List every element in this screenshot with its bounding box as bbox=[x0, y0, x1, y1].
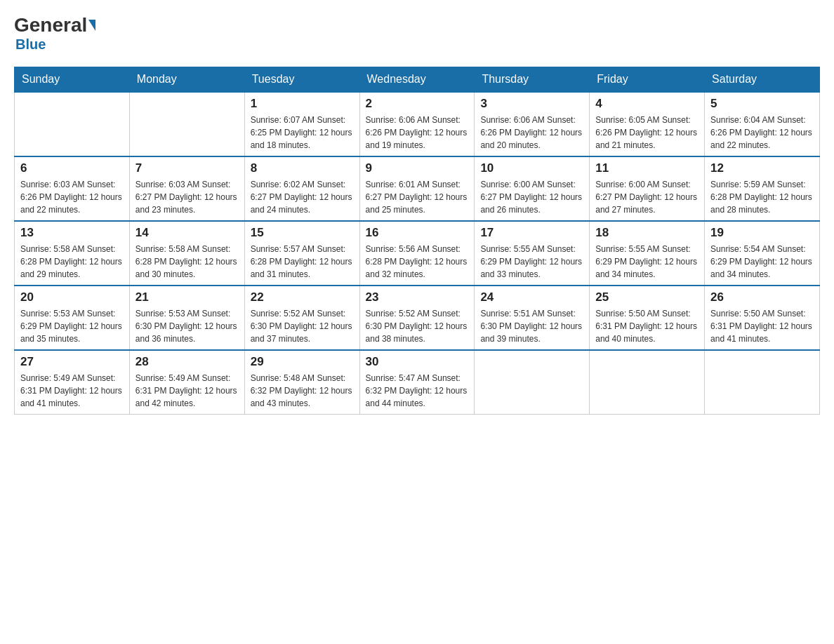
day-cell: 26Sunrise: 5:50 AM Sunset: 6:31 PM Dayli… bbox=[705, 286, 820, 350]
column-header-sunday: Sunday bbox=[15, 67, 130, 93]
week-row-2: 6Sunrise: 6:03 AM Sunset: 6:26 PM Daylig… bbox=[15, 156, 820, 221]
day-info: Sunrise: 5:55 AM Sunset: 6:29 PM Dayligh… bbox=[480, 243, 583, 281]
day-cell: 6Sunrise: 6:03 AM Sunset: 6:26 PM Daylig… bbox=[15, 156, 130, 221]
day-cell: 23Sunrise: 5:52 AM Sunset: 6:30 PM Dayli… bbox=[359, 286, 475, 350]
logo: General Blue bbox=[14, 14, 97, 53]
column-header-wednesday: Wednesday bbox=[359, 67, 475, 93]
day-info: Sunrise: 5:52 AM Sunset: 6:30 PM Dayligh… bbox=[251, 307, 354, 345]
day-cell: 21Sunrise: 5:53 AM Sunset: 6:30 PM Dayli… bbox=[129, 286, 244, 350]
day-info: Sunrise: 6:00 AM Sunset: 6:27 PM Dayligh… bbox=[480, 178, 583, 216]
day-number: 12 bbox=[710, 161, 814, 175]
day-number: 6 bbox=[20, 161, 124, 175]
day-info: Sunrise: 5:49 AM Sunset: 6:31 PM Dayligh… bbox=[135, 372, 239, 410]
day-cell: 7Sunrise: 6:03 AM Sunset: 6:27 PM Daylig… bbox=[129, 156, 244, 221]
column-header-thursday: Thursday bbox=[475, 67, 590, 93]
day-cell: 19Sunrise: 5:54 AM Sunset: 6:29 PM Dayli… bbox=[705, 221, 820, 286]
day-number: 4 bbox=[595, 97, 699, 111]
day-number: 20 bbox=[20, 290, 124, 304]
day-info: Sunrise: 6:05 AM Sunset: 6:26 PM Dayligh… bbox=[595, 114, 699, 152]
day-number: 1 bbox=[251, 97, 354, 111]
day-number: 5 bbox=[710, 97, 814, 111]
day-info: Sunrise: 5:51 AM Sunset: 6:30 PM Dayligh… bbox=[480, 307, 583, 345]
day-info: Sunrise: 5:50 AM Sunset: 6:31 PM Dayligh… bbox=[710, 307, 814, 345]
day-number: 7 bbox=[135, 161, 239, 175]
day-cell: 18Sunrise: 5:55 AM Sunset: 6:29 PM Dayli… bbox=[590, 221, 705, 286]
day-number: 25 bbox=[595, 290, 699, 304]
logo-text: General bbox=[14, 14, 97, 36]
day-cell: 25Sunrise: 5:50 AM Sunset: 6:31 PM Dayli… bbox=[590, 286, 705, 350]
day-number: 14 bbox=[135, 226, 239, 240]
column-header-friday: Friday bbox=[590, 67, 705, 93]
day-cell: 2Sunrise: 6:06 AM Sunset: 6:26 PM Daylig… bbox=[359, 92, 475, 156]
day-info: Sunrise: 5:49 AM Sunset: 6:31 PM Dayligh… bbox=[20, 372, 124, 410]
column-header-tuesday: Tuesday bbox=[244, 67, 359, 93]
day-cell: 14Sunrise: 5:58 AM Sunset: 6:28 PM Dayli… bbox=[129, 221, 244, 286]
day-cell: 15Sunrise: 5:57 AM Sunset: 6:28 PM Dayli… bbox=[244, 221, 359, 286]
day-number: 16 bbox=[366, 226, 469, 240]
day-number: 26 bbox=[710, 290, 814, 304]
day-number: 15 bbox=[251, 226, 354, 240]
day-number: 24 bbox=[480, 290, 583, 304]
day-info: Sunrise: 5:52 AM Sunset: 6:30 PM Dayligh… bbox=[366, 307, 469, 345]
day-cell: 17Sunrise: 5:55 AM Sunset: 6:29 PM Dayli… bbox=[475, 221, 590, 286]
day-info: Sunrise: 6:00 AM Sunset: 6:27 PM Dayligh… bbox=[595, 178, 699, 216]
day-number: 17 bbox=[480, 226, 583, 240]
day-cell: 5Sunrise: 6:04 AM Sunset: 6:26 PM Daylig… bbox=[705, 92, 820, 156]
day-info: Sunrise: 5:53 AM Sunset: 6:29 PM Dayligh… bbox=[20, 307, 124, 345]
day-cell: 24Sunrise: 5:51 AM Sunset: 6:30 PM Dayli… bbox=[475, 286, 590, 350]
day-info: Sunrise: 6:06 AM Sunset: 6:26 PM Dayligh… bbox=[366, 114, 469, 152]
day-number: 22 bbox=[251, 290, 354, 304]
day-info: Sunrise: 5:59 AM Sunset: 6:28 PM Dayligh… bbox=[710, 178, 814, 216]
column-header-monday: Monday bbox=[129, 67, 244, 93]
day-info: Sunrise: 6:06 AM Sunset: 6:26 PM Dayligh… bbox=[480, 114, 583, 152]
logo-blue-text: Blue bbox=[15, 36, 46, 53]
day-number: 29 bbox=[251, 355, 354, 369]
week-row-5: 27Sunrise: 5:49 AM Sunset: 6:31 PM Dayli… bbox=[15, 350, 820, 415]
day-cell: 13Sunrise: 5:58 AM Sunset: 6:28 PM Dayli… bbox=[15, 221, 130, 286]
calendar-table: SundayMondayTuesdayWednesdayThursdayFrid… bbox=[14, 67, 820, 415]
day-cell: 10Sunrise: 6:00 AM Sunset: 6:27 PM Dayli… bbox=[475, 156, 590, 221]
day-cell bbox=[129, 92, 244, 156]
day-info: Sunrise: 5:55 AM Sunset: 6:29 PM Dayligh… bbox=[595, 243, 699, 281]
day-cell: 16Sunrise: 5:56 AM Sunset: 6:28 PM Dayli… bbox=[359, 221, 475, 286]
day-info: Sunrise: 6:07 AM Sunset: 6:25 PM Dayligh… bbox=[251, 114, 354, 152]
day-cell: 11Sunrise: 6:00 AM Sunset: 6:27 PM Dayli… bbox=[590, 156, 705, 221]
day-number: 30 bbox=[366, 355, 469, 369]
day-cell bbox=[15, 92, 130, 156]
day-info: Sunrise: 6:02 AM Sunset: 6:27 PM Dayligh… bbox=[251, 178, 354, 216]
day-info: Sunrise: 5:54 AM Sunset: 6:29 PM Dayligh… bbox=[710, 243, 814, 281]
day-cell: 3Sunrise: 6:06 AM Sunset: 6:26 PM Daylig… bbox=[475, 92, 590, 156]
day-cell: 8Sunrise: 6:02 AM Sunset: 6:27 PM Daylig… bbox=[244, 156, 359, 221]
day-info: Sunrise: 5:53 AM Sunset: 6:30 PM Dayligh… bbox=[135, 307, 239, 345]
day-info: Sunrise: 5:50 AM Sunset: 6:31 PM Dayligh… bbox=[595, 307, 699, 345]
day-cell: 28Sunrise: 5:49 AM Sunset: 6:31 PM Dayli… bbox=[129, 350, 244, 415]
day-number: 18 bbox=[595, 226, 699, 240]
column-header-saturday: Saturday bbox=[705, 67, 820, 93]
day-info: Sunrise: 5:56 AM Sunset: 6:28 PM Dayligh… bbox=[366, 243, 469, 281]
day-info: Sunrise: 5:57 AM Sunset: 6:28 PM Dayligh… bbox=[251, 243, 354, 281]
day-number: 13 bbox=[20, 226, 124, 240]
logo-general-text: General bbox=[14, 14, 87, 36]
day-number: 27 bbox=[20, 355, 124, 369]
day-cell: 4Sunrise: 6:05 AM Sunset: 6:26 PM Daylig… bbox=[590, 92, 705, 156]
day-cell: 22Sunrise: 5:52 AM Sunset: 6:30 PM Dayli… bbox=[244, 286, 359, 350]
week-row-3: 13Sunrise: 5:58 AM Sunset: 6:28 PM Dayli… bbox=[15, 221, 820, 286]
day-cell bbox=[705, 350, 820, 415]
day-info: Sunrise: 5:58 AM Sunset: 6:28 PM Dayligh… bbox=[135, 243, 239, 281]
day-info: Sunrise: 6:01 AM Sunset: 6:27 PM Dayligh… bbox=[366, 178, 469, 216]
day-info: Sunrise: 5:58 AM Sunset: 6:28 PM Dayligh… bbox=[20, 243, 124, 281]
day-cell: 20Sunrise: 5:53 AM Sunset: 6:29 PM Dayli… bbox=[15, 286, 130, 350]
day-info: Sunrise: 6:03 AM Sunset: 6:27 PM Dayligh… bbox=[135, 178, 239, 216]
day-cell: 27Sunrise: 5:49 AM Sunset: 6:31 PM Dayli… bbox=[15, 350, 130, 415]
week-row-4: 20Sunrise: 5:53 AM Sunset: 6:29 PM Dayli… bbox=[15, 286, 820, 350]
day-cell bbox=[475, 350, 590, 415]
day-number: 3 bbox=[480, 97, 583, 111]
day-info: Sunrise: 5:48 AM Sunset: 6:32 PM Dayligh… bbox=[251, 372, 354, 410]
week-row-1: 1Sunrise: 6:07 AM Sunset: 6:25 PM Daylig… bbox=[15, 92, 820, 156]
day-number: 9 bbox=[366, 161, 469, 175]
day-number: 23 bbox=[366, 290, 469, 304]
day-cell: 9Sunrise: 6:01 AM Sunset: 6:27 PM Daylig… bbox=[359, 156, 475, 221]
day-number: 28 bbox=[135, 355, 239, 369]
day-info: Sunrise: 6:04 AM Sunset: 6:26 PM Dayligh… bbox=[710, 114, 814, 152]
day-info: Sunrise: 5:47 AM Sunset: 6:32 PM Dayligh… bbox=[366, 372, 469, 410]
